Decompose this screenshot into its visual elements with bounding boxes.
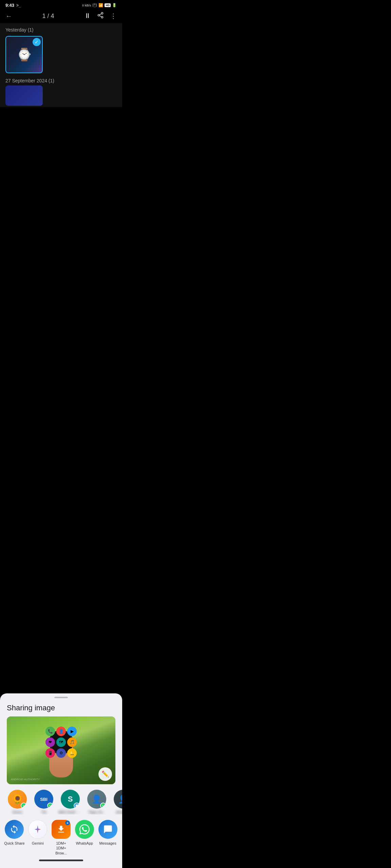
app-item-whatsapp[interactable]: WhatsApp: [74, 820, 95, 855]
battery-icon: 🔋: [112, 3, 117, 7]
partial-photo-thumb[interactable]: [5, 85, 43, 106]
quickshare-icon: [5, 820, 24, 839]
whatsapp-label: WhatsApp: [76, 841, 93, 846]
gallery-area: Yesterday (1) ⌚ ✓ 27 September 2024 (1): [0, 23, 122, 107]
contact-name-1: Somu: [13, 810, 22, 814]
contact-badge-4: [100, 803, 106, 809]
contact-badge-3: [74, 803, 80, 809]
gemini-label: Gemini: [32, 841, 44, 846]
app-item-messages[interactable]: Messages: [97, 820, 119, 855]
app-item-gemini[interactable]: Gemini: [27, 820, 49, 855]
app-dot-8: ⚙: [56, 748, 66, 758]
contact-name-4: Tippu Sr...: [88, 810, 105, 814]
contact-avatar-4: 👤: [87, 790, 106, 809]
contact-avatar-3: S: [61, 790, 80, 809]
1dm-label: 1DM+1DM+ Brow...: [50, 841, 72, 855]
contact-item-1[interactable]: 🌻 Somu: [5, 790, 29, 814]
1dm-plus-badge: +: [65, 821, 70, 825]
date-label-1: Yesterday (1): [5, 27, 117, 33]
vibrate-icon: 📳: [92, 3, 97, 7]
app-dot-9: 🔔: [67, 748, 77, 758]
app-dot-4: ❤: [45, 737, 55, 747]
photo-grid: ⌚ ✓: [5, 36, 117, 73]
contact-avatar-1: 🌻: [8, 790, 27, 809]
app-dot-3: ▶: [67, 727, 77, 736]
messages-label: Messages: [99, 841, 116, 846]
contact-avatar-2: SBI: [34, 790, 53, 809]
back-button[interactable]: ←: [5, 12, 12, 20]
contact-name-3: Abhi Sunil ❤️❤️: [58, 810, 82, 814]
wifi-icon: 📶: [98, 3, 103, 7]
contact-badge-1: [21, 803, 27, 809]
app-item-1dm[interactable]: + 1DM+1DM+ Brow...: [50, 820, 72, 855]
preview-watermark: ANDROID AUTHORITY: [11, 778, 96, 781]
page-indicator: 1 / 4: [42, 13, 54, 20]
svg-line-3: [99, 16, 101, 17]
quickshare-label: Quick Share: [4, 841, 25, 846]
gemini-icon: [28, 820, 47, 839]
svg-line-4: [99, 14, 101, 15]
top-bar: ← 1 / 4 ⏸ ⋮: [0, 9, 122, 23]
top-bar-actions: ⏸ ⋮: [84, 12, 117, 20]
contact-badge-2: [47, 803, 53, 809]
app-dot-7: 📱: [45, 748, 55, 758]
time-display: 9:43: [5, 3, 14, 8]
app-dot-5: 🗺: [56, 737, 66, 747]
contact-item-5[interactable]: 👤 M shivam...: [111, 790, 122, 814]
pause-button[interactable]: ⏸: [84, 12, 91, 20]
contact-item-4[interactable]: 👤 Tippu Sr...: [85, 790, 109, 814]
contact-name-5: shivam...: [116, 810, 122, 814]
app-dot-6: 🎵: [67, 737, 77, 747]
image-preview: 📞 👤 ▶ ❤ 🗺 🎵 📱 ⚙ 🔔 ANDROID AUTHORITY ✏️: [7, 716, 115, 784]
edit-image-button[interactable]: ✏️: [98, 767, 112, 781]
hd-badge: HD: [105, 3, 111, 7]
sheet-title: Sharing image: [0, 704, 122, 716]
share-bottom-sheet: Sharing image 📞 👤 ▶ ❤ 🗺 🎵 📱: [0, 693, 122, 868]
status-right: 0 kB/s 📳 📶 HD 🔋: [82, 3, 117, 7]
app-dot-1: 📞: [45, 727, 55, 736]
watch-face: 📞 👤 ▶ ❤ 🗺 🎵 📱 ⚙ 🔔: [45, 727, 77, 758]
share-button[interactable]: [97, 12, 104, 20]
apps-row: Quick Share Gemini: [0, 820, 122, 855]
date-label-2: 27 September 2024 (1): [5, 78, 117, 83]
svg-point-2: [101, 16, 103, 18]
app-item-quickshare[interactable]: Quick Share: [3, 820, 25, 855]
status-bar: 9:43 >_ 0 kB/s 📳 📶 HD 🔋: [0, 0, 122, 9]
contact-item-2[interactable]: SBI Titi: [32, 790, 56, 814]
contact-avatar-5: 👤 M: [114, 790, 122, 809]
contact-name-2: Titi: [41, 810, 46, 814]
contacts-row: 🌻 Somu SBI Titi S: [0, 790, 122, 814]
contact-item-3[interactable]: S Abhi Sunil ❤️❤️: [58, 790, 82, 814]
1dm-icon: +: [52, 820, 71, 839]
photo-thumb-1[interactable]: ⌚ ✓: [5, 36, 43, 73]
app-dot-2: 👤: [56, 727, 66, 736]
messages-icon: [98, 820, 117, 839]
more-button[interactable]: ⋮: [110, 12, 117, 20]
whatsapp-icon: [75, 820, 94, 839]
sheet-drag-handle: [54, 697, 68, 698]
selection-check: ✓: [33, 38, 41, 46]
status-left: 9:43 >_: [5, 3, 21, 8]
terminal-icon: >_: [16, 3, 21, 8]
watch-thumb-icon: ⌚: [17, 47, 32, 62]
home-indicator: [39, 860, 83, 861]
svg-point-1: [98, 15, 100, 16]
svg-point-0: [101, 13, 103, 14]
data-speed: 0 kB/s: [82, 4, 91, 7]
